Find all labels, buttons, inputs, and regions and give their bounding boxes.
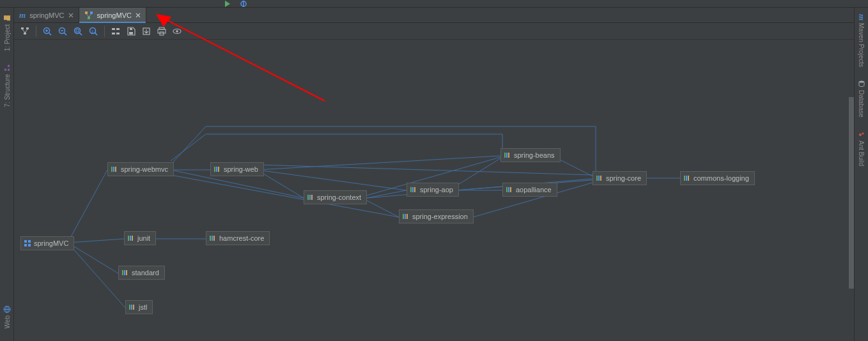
svg-rect-111: [407, 214, 408, 219]
node-label: spring-context: [317, 193, 361, 201]
svg-line-64: [171, 126, 206, 165]
svg-line-36: [80, 33, 82, 35]
svg-rect-104: [309, 195, 311, 200]
preview-button[interactable]: [170, 24, 184, 38]
library-icon: [307, 193, 314, 201]
zoom-out-button[interactable]: [56, 24, 70, 38]
node-aopalliance[interactable]: aopalliance: [502, 183, 557, 197]
library-icon: [121, 269, 129, 277]
svg-rect-101: [212, 236, 213, 241]
node-spring-expression[interactable]: spring-expression: [399, 209, 474, 224]
svg-rect-17: [90, 11, 93, 14]
svg-rect-105: [311, 195, 313, 200]
svg-rect-43: [112, 33, 115, 34]
node-label: spring-beans: [514, 151, 555, 159]
project-tool-button[interactable]: 1: Project: [3, 14, 11, 51]
diagram-icon: [84, 11, 93, 20]
web-tool-button[interactable]: Web: [3, 305, 11, 328]
apply-layout-button[interactable]: [109, 24, 123, 38]
library-icon: [506, 186, 513, 193]
svg-rect-7: [8, 65, 10, 67]
right-tool-stripe: m Maven Projects Database Ant Build: [854, 8, 868, 341]
svg-line-39: [95, 33, 98, 35]
project-tool-label: 1: Project: [3, 24, 10, 51]
database-tool-button[interactable]: Database: [858, 80, 865, 117]
svg-rect-83: [24, 244, 27, 246]
maven-icon: m: [19, 10, 26, 20]
node-spring-aop[interactable]: spring-aop: [407, 183, 459, 197]
library-icon: [111, 165, 118, 173]
node-label: spring-core: [606, 174, 641, 182]
print-button[interactable]: [155, 24, 169, 38]
actual-size-button[interactable]: 1:1: [86, 24, 100, 38]
node-label: junit: [137, 234, 150, 242]
svg-rect-42: [116, 28, 120, 30]
svg-rect-106: [410, 187, 412, 192]
node-label: spring-aop: [420, 186, 453, 193]
tab-springmvc-diagram[interactable]: springMVC: [79, 8, 146, 22]
svg-line-69: [257, 170, 304, 198]
svg-line-68: [257, 170, 407, 190]
save-diagram-button[interactable]: [124, 24, 138, 38]
svg-rect-85: [111, 167, 112, 172]
layout-button[interactable]: [18, 24, 32, 38]
debug-button[interactable]: [238, 1, 249, 7]
node-hamcrest-core[interactable]: hamcrest-core: [206, 231, 270, 245]
node-standard[interactable]: standard: [118, 266, 165, 280]
scrollbar-thumb[interactable]: [849, 97, 854, 289]
close-icon[interactable]: [68, 13, 74, 18]
svg-rect-95: [131, 305, 132, 310]
svg-rect-46: [130, 28, 132, 30]
export-button[interactable]: [139, 24, 153, 38]
svg-rect-116: [508, 187, 509, 192]
fit-content-button[interactable]: [71, 24, 85, 38]
library-icon: [128, 303, 136, 311]
node-spring-core[interactable]: spring-core: [593, 171, 647, 185]
svg-point-13: [862, 132, 864, 134]
ant-icon: [858, 130, 865, 138]
ant-tool-button[interactable]: Ant Build: [858, 130, 865, 166]
svg-rect-118: [596, 176, 598, 181]
maven-tool-button[interactable]: m Maven Projects: [856, 14, 867, 67]
tab-label: springMVC: [97, 11, 132, 19]
structure-tool-label: 7: Structure: [3, 74, 10, 107]
svg-rect-109: [403, 214, 404, 219]
svg-line-71: [367, 190, 407, 198]
svg-rect-112: [504, 153, 506, 158]
run-dropdown[interactable]: [224, 1, 235, 7]
tab-springmvc-pom[interactable]: m springMVC: [14, 8, 79, 22]
svg-line-55: [68, 243, 118, 273]
vertical-scrollbar[interactable]: [849, 40, 854, 338]
library-icon: [209, 234, 217, 242]
svg-rect-99: [218, 167, 219, 172]
node-commons-logging[interactable]: commons-logging: [680, 171, 755, 185]
close-icon[interactable]: [136, 13, 141, 18]
svg-line-72: [367, 201, 399, 217]
node-spring-beans[interactable]: spring-beans: [500, 148, 561, 162]
folder-icon: [3, 14, 11, 22]
zoom-in-button[interactable]: [40, 24, 54, 38]
node-junit[interactable]: junit: [124, 231, 156, 245]
node-label: spring-web: [224, 165, 258, 173]
node-jstl[interactable]: jstl: [125, 300, 153, 314]
svg-marker-0: [225, 1, 230, 7]
svg-rect-121: [684, 176, 685, 181]
svg-line-29: [49, 33, 52, 35]
svg-rect-25: [24, 33, 26, 34]
svg-rect-122: [686, 176, 687, 181]
structure-tool-button[interactable]: 7: Structure: [3, 64, 11, 107]
library-icon: [410, 186, 417, 193]
node-spring-context[interactable]: spring-context: [304, 190, 367, 204]
node-root[interactable]: springMVC: [20, 236, 74, 250]
svg-rect-82: [28, 240, 31, 243]
svg-rect-24: [26, 27, 29, 29]
library-icon: [213, 165, 221, 173]
svg-line-70: [257, 165, 593, 175]
node-spring-web[interactable]: spring-web: [210, 162, 264, 176]
library-icon: [504, 151, 511, 159]
svg-rect-84: [28, 244, 31, 246]
node-spring-webmvc[interactable]: spring-webmvc: [107, 162, 174, 176]
diagram-canvas[interactable]: springMVC spring-webmvc junit standard j…: [14, 40, 849, 341]
svg-rect-4: [7, 19, 10, 20]
globe-icon: [3, 305, 11, 313]
